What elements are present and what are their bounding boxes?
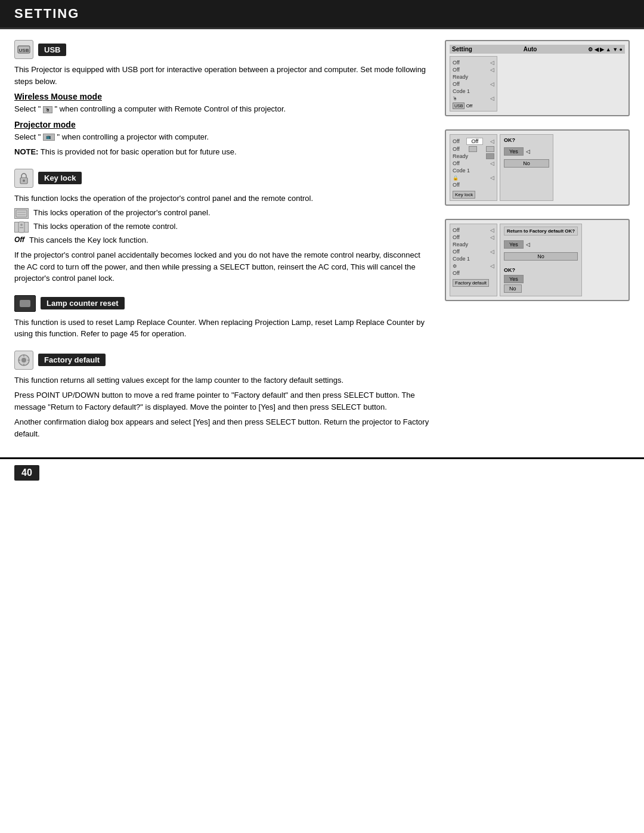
- bullet-off-text: This cancels the Key lock function.: [29, 235, 148, 246]
- fd-no2-btn: No: [504, 284, 522, 293]
- usb-note: NOTE: This is provided not for basic ope…: [14, 146, 433, 158]
- factory-default-body1: This function returns all setting values…: [14, 374, 433, 386]
- key-lock-screen-body: Off Off ◁ Off Ready Off: [450, 134, 625, 201]
- lamp-counter-label: Lamp counter reset: [41, 297, 125, 309]
- usb-icon: USB: [14, 40, 33, 59]
- svg-point-11: [21, 358, 26, 363]
- fd-row-5: Code 1: [453, 256, 494, 262]
- lamp-counter-section-heading: Lamp counter reset: [14, 295, 433, 312]
- svg-rect-9: [20, 227, 23, 228]
- fd-yes2-btn: Yes: [504, 275, 524, 283]
- usb-screen-panel: Off ◁ Off ◁ Ready Off ◁ Code: [450, 56, 497, 112]
- bullet-off: Off This cancels the Key lock function.: [14, 235, 433, 246]
- fd-yes-btn: Yes: [504, 240, 524, 249]
- usb-intro: This Projector is equipped with USB port…: [14, 64, 433, 87]
- factory-default-body2: Press POINT UP/DOWN button to move a red…: [14, 389, 433, 413]
- usb-row-1: Off ◁: [453, 60, 494, 66]
- bullet-remote-text: This locks operation of the remote contr…: [33, 221, 178, 232]
- key-lock-section-heading: Key lock: [14, 169, 433, 188]
- usb-screen-body: Off ◁ Off ◁ Ready Off ◁ Code: [450, 56, 625, 112]
- main-content: USB USB This Projector is equipped with …: [0, 29, 644, 457]
- bullet-panel-text: This locks operation of the projector's …: [33, 208, 210, 218]
- kl-row-2: Off: [453, 146, 494, 152]
- fd-row-1: Off ◁: [453, 227, 494, 233]
- projector-mode-text: Select " 📺 " when controlling a projecto…: [14, 131, 433, 143]
- fd-row-3: Ready: [453, 241, 494, 247]
- right-column: Setting Auto ⚙ ◀ ▶ ▲ ▼ ● Off ◁ Off ◁ Rea…: [445, 40, 630, 443]
- lamp-counter-icon: [14, 295, 36, 312]
- kl-row-3: Ready: [453, 153, 494, 159]
- fd-row-7: Off: [453, 270, 494, 276]
- left-column: USB USB This Projector is equipped with …: [14, 40, 433, 443]
- usb-screen-auto-label: Auto: [524, 46, 537, 52]
- key-lock-label: Key lock: [38, 172, 82, 184]
- kl-row-1: Off Off ◁: [453, 138, 494, 145]
- fd-row-6: ⚙ ◁: [453, 263, 494, 269]
- kl-ok-text: OK?: [504, 137, 549, 143]
- panel-lock-icon: [14, 208, 29, 219]
- usb-row-6: 🖱 ◁: [453, 95, 494, 101]
- usb-row-3: Ready: [453, 74, 494, 80]
- factory-screen-panel: Off ◁ Off ◁ Ready Off ◁ Code: [450, 224, 497, 296]
- page-title: SETTING: [14, 6, 79, 21]
- usb-screen-topbar: Setting Auto ⚙ ◀ ▶ ▲ ▼ ●: [450, 45, 625, 54]
- page-footer: 40: [0, 457, 644, 487]
- svg-point-3: [23, 179, 25, 182]
- factory-screen-body: Off ◁ Off ◁ Ready Off ◁ Code: [450, 224, 625, 296]
- remote-lock-icon: [14, 222, 29, 233]
- fd-ok2-text: OK?: [504, 267, 578, 273]
- key-lock-intro: This function locks the operation of the…: [14, 193, 433, 205]
- projector-mode-heading: Projector mode: [14, 120, 433, 129]
- kl-yes-btn: Yes: [504, 147, 524, 156]
- key-lock-tag: Key lock: [453, 191, 475, 199]
- factory-default-icon: [14, 351, 33, 370]
- wireless-mouse-heading: Wireless Mouse mode: [14, 92, 433, 101]
- bullet-panel-lock: This locks operation of the projector's …: [14, 208, 433, 219]
- usb-screen-usb-label: USB Off: [453, 103, 494, 109]
- kl-row-6: 🔒 ◁: [453, 175, 494, 181]
- svg-text:USB: USB: [19, 48, 29, 53]
- off-icon: Off: [14, 235, 24, 245]
- usb-row-5: Code 1: [453, 88, 494, 94]
- kl-row-7: Off: [453, 182, 494, 188]
- usb-row-2: Off ◁: [453, 67, 494, 73]
- usb-screen-icons: ⚙ ◀ ▶ ▲ ▼ ●: [588, 47, 623, 52]
- svg-rect-4: [16, 210, 27, 217]
- kl-no-btn: No: [504, 159, 549, 168]
- bullet-remote-lock: This locks operation of the remote contr…: [14, 221, 433, 233]
- usb-screen-mockup: Setting Auto ⚙ ◀ ▶ ▲ ▼ ● Off ◁ Off ◁ Rea…: [445, 40, 630, 116]
- lamp-counter-body: This function is used to reset Lamp Repl…: [14, 317, 433, 340]
- page-number: 40: [14, 465, 39, 481]
- kl-row-5: Code 1: [453, 168, 494, 174]
- usb-section-heading: USB USB: [14, 40, 433, 59]
- usb-row-4: Off ◁: [453, 81, 494, 87]
- page-header: SETTING: [0, 0, 644, 27]
- factory-ok-panels: Return to Factory default OK? Yes ◁ No O…: [500, 224, 582, 296]
- factory-tag: Factory default: [453, 279, 489, 287]
- key-lock-screen-mockup: Off Off ◁ Off Ready Off: [445, 129, 630, 206]
- wireless-mouse-text: Select " 🖱 " when controlling a computer…: [14, 103, 433, 115]
- usb-label: USB: [38, 44, 66, 56]
- fd-no-btn: No: [504, 252, 578, 261]
- key-lock-ok-panel: OK? Yes ◁ No: [500, 134, 553, 201]
- key-lock-screen-panel: Off Off ◁ Off Ready Off: [450, 134, 497, 201]
- fd-row-2: Off ◁: [453, 234, 494, 240]
- key-lock-icon: [14, 169, 33, 188]
- factory-default-section-heading: Factory default: [14, 351, 433, 370]
- factory-default-body3: Another confirmation dialog box appears …: [14, 416, 433, 439]
- usb-screen-setting-label: Setting: [452, 46, 472, 52]
- key-lock-body: If the projector's control panel acciden…: [14, 249, 433, 284]
- svg-point-8: [20, 224, 23, 226]
- kl-row-4: Off ◁: [453, 160, 494, 166]
- factory-screen-mockup: Off ◁ Off ◁ Ready Off ◁ Code: [445, 219, 630, 301]
- factory-default-label: Factory default: [38, 354, 106, 366]
- factory-return-text: Return to Factory default OK?: [504, 227, 578, 236]
- fd-row-4: Off ◁: [453, 249, 494, 255]
